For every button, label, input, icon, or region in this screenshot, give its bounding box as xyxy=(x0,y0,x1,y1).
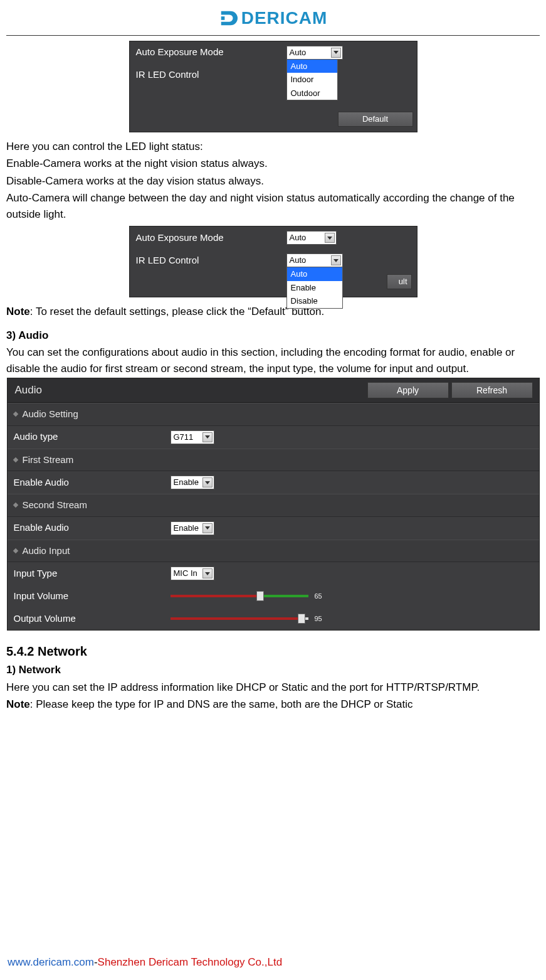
ir-led-value: Auto xyxy=(290,254,331,267)
header-logo-wrap: DERICAM xyxy=(6,5,540,36)
default-button[interactable]: Default xyxy=(338,112,413,127)
exposure-option-auto[interactable]: Auto xyxy=(287,60,337,73)
apply-button[interactable]: Apply xyxy=(367,382,449,398)
diamond-icon xyxy=(13,457,18,462)
input-volume-slider[interactable] xyxy=(171,594,308,599)
chevron-down-icon xyxy=(202,432,213,442)
footer-url: www.dericam.com xyxy=(8,956,94,968)
led-intro-line: Here you can control the LED light statu… xyxy=(6,139,540,155)
refresh-button[interactable]: Refresh xyxy=(451,382,533,398)
chevron-down-icon xyxy=(331,48,341,58)
ir-led-select[interactable]: Auto xyxy=(286,253,343,267)
audio-panel-title: Audio xyxy=(14,382,367,398)
auto-exposure-label: Auto Exposure Mode xyxy=(136,45,286,60)
audio-type-label: Audio type xyxy=(14,430,171,444)
auto-exposure-value-2: Auto xyxy=(290,232,325,244)
diamond-icon xyxy=(13,412,18,417)
audio-description: You can set the configurations about aud… xyxy=(6,344,540,376)
exposure-panel-2: Auto Exposure Mode Auto IR LED Control A… xyxy=(129,226,417,297)
network-note: Note: Please keep the type for IP and DN… xyxy=(6,696,540,713)
refresh-button-label: Refresh xyxy=(476,384,507,397)
chevron-down-icon xyxy=(325,233,335,243)
exposure-panel-1: Auto Exposure Mode Auto Auto Indoor Outd… xyxy=(129,41,417,132)
input-type-select[interactable]: MIC In xyxy=(171,567,214,580)
ir-led-dropdown[interactable]: Auto Enable Disable xyxy=(286,267,343,309)
input-type-value: MIC In xyxy=(174,567,202,580)
network-subheading: 1) Network xyxy=(6,662,540,678)
note-1: Note: To reset the default settings, ple… xyxy=(6,304,540,320)
slider-handle-icon[interactable] xyxy=(298,614,305,624)
chevron-down-icon xyxy=(202,523,213,533)
audio-type-value: G711 xyxy=(174,431,202,444)
enable-audio-1-select[interactable]: Enable xyxy=(171,476,214,489)
enable-audio-2-value: Enable xyxy=(174,522,202,535)
output-volume-value: 95 xyxy=(315,614,327,624)
group-second-stream-label: Second Stream xyxy=(23,498,87,513)
output-volume-label: Output Volume xyxy=(14,612,171,626)
auto-exposure-select-2[interactable]: Auto xyxy=(286,231,337,245)
audio-heading: 3) Audio xyxy=(6,328,540,344)
slider-handle-icon[interactable] xyxy=(256,591,264,601)
group-first-stream: First Stream xyxy=(8,449,539,472)
group-audio-setting-label: Audio Setting xyxy=(23,407,78,422)
page-footer: www.dericam.com-Shenzhen Dericam Technol… xyxy=(8,954,282,971)
network-note-text: : Please keep the type for IP and DNS ar… xyxy=(30,698,413,710)
chevron-down-icon xyxy=(331,255,341,265)
diamond-icon xyxy=(13,503,18,508)
enable-audio-2-select[interactable]: Enable xyxy=(171,521,214,535)
default-button-partial[interactable]: ult xyxy=(387,274,412,289)
logo-mark-icon xyxy=(219,9,238,28)
auto-exposure-label-2: Auto Exposure Mode xyxy=(136,231,286,245)
auto-exposure-value: Auto xyxy=(290,46,331,59)
diamond-icon xyxy=(13,548,18,553)
note-text: : To reset the default settings, please … xyxy=(30,306,324,317)
enable-audio-1-label: Enable Audio xyxy=(14,476,171,490)
group-second-stream: Second Stream xyxy=(8,494,539,517)
ir-led-option-enable[interactable]: Enable xyxy=(287,281,342,295)
apply-button-label: Apply xyxy=(397,384,419,397)
brand-logo: DERICAM xyxy=(219,5,328,31)
input-type-label: Input Type xyxy=(14,567,171,581)
led-enable-line: Enable-Camera works at the night vision … xyxy=(6,156,540,172)
group-first-stream-label: First Stream xyxy=(23,453,74,467)
group-audio-input: Audio Input xyxy=(8,540,539,563)
chevron-down-icon xyxy=(202,477,213,487)
default-button-label: Default xyxy=(362,113,388,125)
note-label: Note xyxy=(6,306,30,317)
enable-audio-2-label: Enable Audio xyxy=(14,521,171,535)
auto-exposure-dropdown[interactable]: Auto Indoor Outdoor xyxy=(286,59,338,101)
output-volume-slider[interactable] xyxy=(171,616,308,621)
input-volume-label: Input Volume xyxy=(14,589,171,604)
audio-panel: Audio Apply Refresh Audio Setting Audio … xyxy=(7,378,540,631)
footer-company: Shenzhen Dericam Technology Co.,Ltd xyxy=(98,956,283,968)
ir-led-option-disable[interactable]: Disable xyxy=(287,294,342,308)
ir-led-label-2: IR LED Control xyxy=(136,253,286,268)
group-audio-input-label: Audio Input xyxy=(23,544,70,558)
brand-text: DERICAM xyxy=(241,5,328,31)
network-note-label: Note xyxy=(6,698,30,710)
enable-audio-1-value: Enable xyxy=(174,476,202,489)
ir-led-label: IR LED Control xyxy=(136,68,286,82)
ir-led-option-auto[interactable]: Auto xyxy=(287,267,342,281)
exposure-option-outdoor[interactable]: Outdoor xyxy=(287,87,337,100)
auto-exposure-select[interactable]: Auto xyxy=(286,46,343,60)
led-auto-line: Auto-Camera will change between the day … xyxy=(6,190,540,222)
exposure-option-indoor[interactable]: Indoor xyxy=(287,73,337,87)
svg-rect-0 xyxy=(221,16,224,20)
network-line1: Here you can set the IP address informat… xyxy=(6,679,540,696)
input-volume-value: 65 xyxy=(315,591,327,602)
group-audio-setting: Audio Setting xyxy=(8,403,539,426)
network-heading: 5.4.2 Network xyxy=(6,642,540,661)
chevron-down-icon xyxy=(202,568,213,578)
audio-type-select[interactable]: G711 xyxy=(171,430,214,444)
led-disable-line: Disable-Camera works at the day vision s… xyxy=(6,173,540,189)
